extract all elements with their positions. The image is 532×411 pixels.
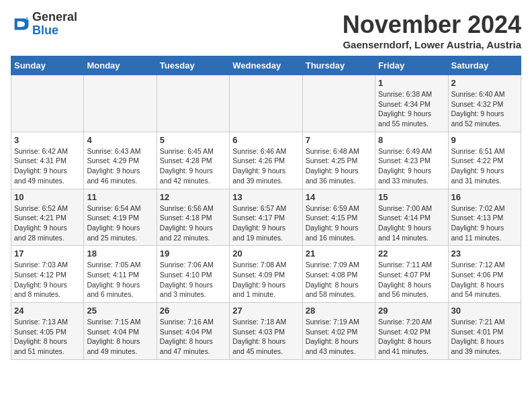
calendar-table: SundayMondayTuesdayWednesdayThursdayFrid… [11, 56, 521, 360]
calendar-cell: 11Sunrise: 6:54 AM Sunset: 4:19 PM Dayli… [84, 189, 157, 246]
calendar-cell: 3Sunrise: 6:42 AM Sunset: 4:31 PM Daylig… [11, 132, 84, 189]
day-info: Sunrise: 7:18 AM Sunset: 4:03 PM Dayligh… [232, 317, 299, 357]
day-info: Sunrise: 6:43 AM Sunset: 4:29 PM Dayligh… [87, 146, 153, 186]
day-info: Sunrise: 7:21 AM Sunset: 4:01 PM Dayligh… [451, 317, 518, 357]
calendar-cell: 6Sunrise: 6:46 AM Sunset: 4:26 PM Daylig… [230, 132, 302, 189]
calendar-cell [230, 75, 302, 132]
day-number: 9 [451, 135, 518, 145]
calendar-week-row: 1Sunrise: 6:38 AM Sunset: 4:34 PM Daylig… [11, 75, 521, 132]
day-number: 3 [14, 135, 81, 145]
day-number: 25 [87, 306, 153, 316]
calendar-cell: 16Sunrise: 7:02 AM Sunset: 4:13 PM Dayli… [448, 189, 521, 246]
day-number: 27 [232, 306, 299, 316]
day-number: 30 [451, 306, 518, 316]
calendar-cell: 21Sunrise: 7:09 AM Sunset: 4:08 PM Dayli… [302, 246, 375, 303]
day-info: Sunrise: 6:57 AM Sunset: 4:17 PM Dayligh… [232, 203, 299, 243]
day-info: Sunrise: 6:59 AM Sunset: 4:15 PM Dayligh… [306, 203, 372, 243]
calendar-cell [157, 75, 229, 132]
day-number: 4 [87, 135, 153, 145]
calendar-cell: 19Sunrise: 7:06 AM Sunset: 4:10 PM Dayli… [157, 246, 229, 303]
day-info: Sunrise: 7:02 AM Sunset: 4:13 PM Dayligh… [451, 203, 518, 243]
day-info: Sunrise: 6:49 AM Sunset: 4:23 PM Dayligh… [378, 146, 445, 186]
day-number: 17 [14, 248, 81, 259]
calendar-cell: 2Sunrise: 6:40 AM Sunset: 4:32 PM Daylig… [448, 75, 521, 132]
calendar-cell: 4Sunrise: 6:43 AM Sunset: 4:29 PM Daylig… [84, 132, 157, 189]
calendar-cell: 7Sunrise: 6:48 AM Sunset: 4:25 PM Daylig… [302, 132, 375, 189]
calendar-week-row: 24Sunrise: 7:13 AM Sunset: 4:05 PM Dayli… [11, 303, 521, 360]
calendar-cell: 1Sunrise: 6:38 AM Sunset: 4:34 PM Daylig… [375, 75, 448, 132]
calendar-cell [84, 75, 157, 132]
day-number: 18 [87, 248, 153, 259]
weekday-header-friday: Friday [375, 56, 448, 75]
logo-icon [11, 15, 30, 34]
day-number: 28 [306, 306, 372, 316]
calendar-cell: 10Sunrise: 6:52 AM Sunset: 4:21 PM Dayli… [11, 189, 84, 246]
day-number: 2 [451, 78, 518, 88]
weekday-header-tuesday: Tuesday [157, 56, 229, 75]
day-number: 8 [378, 135, 445, 145]
day-number: 12 [160, 192, 226, 202]
day-info: Sunrise: 7:15 AM Sunset: 4:04 PM Dayligh… [87, 317, 153, 357]
day-info: Sunrise: 6:42 AM Sunset: 4:31 PM Dayligh… [14, 146, 81, 186]
day-info: Sunrise: 6:45 AM Sunset: 4:28 PM Dayligh… [160, 146, 226, 186]
day-number: 14 [306, 192, 372, 202]
day-info: Sunrise: 6:56 AM Sunset: 4:18 PM Dayligh… [160, 203, 226, 243]
day-info: Sunrise: 7:03 AM Sunset: 4:12 PM Dayligh… [14, 260, 81, 300]
location-subtitle: Gaenserndorf, Lower Austria, Austria [343, 39, 521, 50]
day-number: 7 [306, 135, 372, 145]
weekday-header-thursday: Thursday [302, 56, 375, 75]
calendar-cell: 26Sunrise: 7:16 AM Sunset: 4:04 PM Dayli… [157, 303, 229, 360]
calendar-cell: 20Sunrise: 7:08 AM Sunset: 4:09 PM Dayli… [230, 246, 302, 303]
weekday-header-sunday: Sunday [11, 56, 84, 75]
calendar-cell: 23Sunrise: 7:12 AM Sunset: 4:06 PM Dayli… [448, 246, 521, 303]
day-info: Sunrise: 7:11 AM Sunset: 4:07 PM Dayligh… [378, 260, 445, 300]
day-info: Sunrise: 7:00 AM Sunset: 4:14 PM Dayligh… [378, 203, 445, 243]
calendar-cell: 13Sunrise: 6:57 AM Sunset: 4:17 PM Dayli… [230, 189, 302, 246]
day-number: 23 [451, 248, 518, 259]
day-info: Sunrise: 6:46 AM Sunset: 4:26 PM Dayligh… [232, 146, 299, 186]
calendar-cell: 17Sunrise: 7:03 AM Sunset: 4:12 PM Dayli… [11, 246, 84, 303]
day-number: 26 [160, 306, 226, 316]
calendar-week-row: 17Sunrise: 7:03 AM Sunset: 4:12 PM Dayli… [11, 246, 521, 303]
calendar-cell: 29Sunrise: 7:20 AM Sunset: 4:02 PM Dayli… [375, 303, 448, 360]
calendar-cell: 24Sunrise: 7:13 AM Sunset: 4:05 PM Dayli… [11, 303, 84, 360]
day-info: Sunrise: 7:20 AM Sunset: 4:02 PM Dayligh… [378, 317, 445, 357]
day-number: 15 [378, 192, 445, 202]
day-number: 6 [232, 135, 299, 145]
calendar-cell: 5Sunrise: 6:45 AM Sunset: 4:28 PM Daylig… [157, 132, 229, 189]
calendar-cell: 18Sunrise: 7:05 AM Sunset: 4:11 PM Dayli… [84, 246, 157, 303]
day-info: Sunrise: 7:09 AM Sunset: 4:08 PM Dayligh… [306, 260, 372, 300]
title-section: November 2024 Gaenserndorf, Lower Austri… [343, 11, 521, 50]
calendar-cell: 12Sunrise: 6:56 AM Sunset: 4:18 PM Dayli… [157, 189, 229, 246]
day-info: Sunrise: 7:12 AM Sunset: 4:06 PM Dayligh… [451, 260, 518, 300]
day-info: Sunrise: 7:16 AM Sunset: 4:04 PM Dayligh… [160, 317, 226, 357]
calendar-cell [11, 75, 84, 132]
calendar-cell: 8Sunrise: 6:49 AM Sunset: 4:23 PM Daylig… [375, 132, 448, 189]
day-number: 19 [160, 248, 226, 259]
day-info: Sunrise: 7:19 AM Sunset: 4:02 PM Dayligh… [306, 317, 372, 357]
calendar-cell: 27Sunrise: 7:18 AM Sunset: 4:03 PM Dayli… [230, 303, 302, 360]
day-info: Sunrise: 6:48 AM Sunset: 4:25 PM Dayligh… [306, 146, 372, 186]
calendar-cell: 25Sunrise: 7:15 AM Sunset: 4:04 PM Dayli… [84, 303, 157, 360]
day-number: 10 [14, 192, 81, 202]
day-number: 13 [232, 192, 299, 202]
day-number: 5 [160, 135, 226, 145]
day-info: Sunrise: 6:40 AM Sunset: 4:32 PM Dayligh… [451, 89, 518, 129]
day-number: 11 [87, 192, 153, 202]
weekday-header-row: SundayMondayTuesdayWednesdayThursdayFrid… [11, 56, 521, 75]
logo: General Blue [11, 11, 77, 38]
calendar-cell: 14Sunrise: 6:59 AM Sunset: 4:15 PM Dayli… [302, 189, 375, 246]
day-number: 16 [451, 192, 518, 202]
page-header: General Blue November 2024 Gaenserndorf,… [11, 11, 521, 50]
weekday-header-wednesday: Wednesday [230, 56, 302, 75]
day-info: Sunrise: 7:08 AM Sunset: 4:09 PM Dayligh… [232, 260, 299, 300]
day-number: 1 [378, 78, 445, 88]
day-number: 20 [232, 248, 299, 259]
calendar-cell: 30Sunrise: 7:21 AM Sunset: 4:01 PM Dayli… [448, 303, 521, 360]
logo-text: General Blue [32, 11, 77, 38]
calendar-week-row: 3Sunrise: 6:42 AM Sunset: 4:31 PM Daylig… [11, 132, 521, 189]
day-number: 24 [14, 306, 81, 316]
day-info: Sunrise: 6:38 AM Sunset: 4:34 PM Dayligh… [378, 89, 445, 129]
calendar-cell: 9Sunrise: 6:51 AM Sunset: 4:22 PM Daylig… [448, 132, 521, 189]
day-number: 29 [378, 306, 445, 316]
